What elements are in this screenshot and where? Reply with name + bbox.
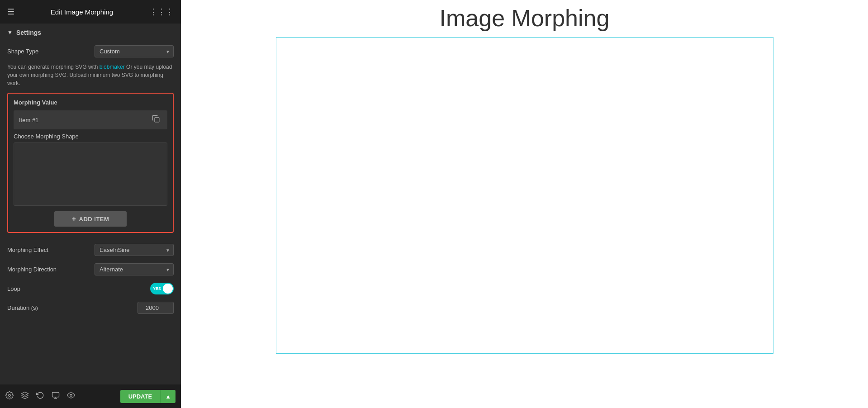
toggle-track[interactable]: YES	[150, 283, 174, 294]
panel-content: ▼ Settings Shape Type Custom Circle Squa…	[0, 24, 181, 408]
svg-point-6	[70, 394, 72, 396]
shape-type-label: Shape Type	[7, 48, 38, 55]
plus-icon: +	[72, 215, 76, 223]
toolbar-icons	[5, 391, 75, 402]
item-row: Item #1	[14, 110, 167, 129]
morphing-direction-row: Morphing Direction Alternate Normal Reve…	[0, 260, 181, 279]
morphing-direction-select-wrapper: Alternate Normal Reverse	[95, 263, 174, 275]
morphing-direction-select[interactable]: Alternate Normal Reverse	[95, 263, 174, 275]
morphing-shape-area[interactable]	[14, 142, 167, 206]
duration-input[interactable]	[138, 302, 174, 314]
toggle-thumb	[163, 284, 173, 294]
morphing-direction-label: Morphing Direction	[7, 266, 57, 273]
duration-label: Duration (s)	[7, 304, 38, 311]
toolbar-right: UPDATE ▲	[120, 390, 175, 403]
panel-header: ☰ Edit Image Morphing ⋮⋮⋮	[0, 0, 181, 24]
settings-label: Settings	[16, 29, 41, 36]
eye-icon[interactable]	[67, 391, 75, 402]
loop-label: Loop	[7, 285, 20, 292]
blobmaker-link[interactable]: blobmaker	[100, 64, 125, 70]
morphing-effect-select[interactable]: EaseInSine EaseOutSine Linear	[95, 244, 174, 256]
svg-rect-0	[155, 118, 159, 122]
toggle-yes-label: YES	[153, 286, 161, 291]
morphing-value-title: Morphing Value	[14, 99, 167, 106]
left-panel: ☰ Edit Image Morphing ⋮⋮⋮ ▼ Settings Sha…	[0, 0, 181, 408]
shape-type-select[interactable]: Custom Circle Square Triangle	[95, 45, 174, 57]
loop-row: Loop YES	[0, 279, 181, 298]
layers-icon[interactable]	[21, 391, 29, 402]
morphing-effect-select-wrapper: EaseInSine EaseOutSine Linear	[95, 244, 174, 256]
add-item-label: ADD ITEM	[79, 216, 109, 223]
morphing-value-box: Morphing Value Item #1 Choose Morphing S…	[7, 93, 174, 233]
chevron-down-icon: ▼	[7, 29, 13, 36]
preview-title: Image Morphing	[440, 5, 610, 32]
add-item-button[interactable]: + ADD ITEM	[54, 211, 127, 227]
svg-rect-3	[52, 392, 59, 397]
svg-point-1	[9, 394, 11, 396]
right-panel: Image Morphing	[181, 0, 868, 408]
responsive-icon[interactable]	[52, 391, 60, 402]
loop-toggle[interactable]: YES	[150, 283, 174, 294]
hamburger-icon[interactable]: ☰	[7, 7, 14, 17]
shape-type-row: Shape Type Custom Circle Square Triangle	[0, 42, 181, 61]
panel-toolbar: UPDATE ▲	[0, 384, 181, 408]
history-icon[interactable]	[36, 391, 44, 402]
morphing-effect-row: Morphing Effect EaseInSine EaseOutSine L…	[0, 240, 181, 260]
item-label: Item #1	[19, 117, 38, 123]
shape-type-select-wrapper: Custom Circle Square Triangle	[95, 45, 174, 57]
item-copy-button[interactable]	[150, 114, 162, 126]
grid-icon[interactable]: ⋮⋮⋮	[149, 7, 174, 17]
svg-marker-2	[22, 392, 28, 395]
settings-icon[interactable]	[5, 391, 14, 402]
update-button[interactable]: UPDATE	[120, 390, 160, 403]
panel-title: Edit Image Morphing	[51, 8, 113, 16]
update-arrow-button[interactable]: ▲	[160, 390, 175, 403]
morphing-effect-label: Morphing Effect	[7, 247, 48, 253]
info-text: You can generate morphing SVG with blobm…	[0, 61, 181, 93]
duration-row: Duration (s)	[0, 298, 181, 318]
settings-section-header[interactable]: ▼ Settings	[0, 24, 181, 42]
choose-shape-label: Choose Morphing Shape	[14, 133, 167, 140]
preview-canvas	[276, 37, 773, 354]
